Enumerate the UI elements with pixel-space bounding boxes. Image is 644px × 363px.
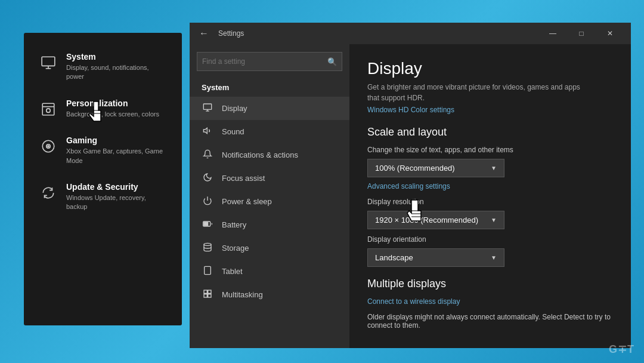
hdr-link[interactable]: Windows HD Color settings: [367, 106, 613, 114]
window-controls: — □ ✕: [539, 23, 624, 44]
svg-rect-25: [208, 294, 211, 297]
system-text: System Display, sound, notifications, po…: [66, 52, 167, 82]
content-area: 🔍 System Display: [190, 44, 631, 348]
orientation-label: Display orientation: [367, 235, 613, 244]
display-label: Display: [222, 104, 247, 113]
scale-layout-title: Scale and layout: [367, 126, 613, 139]
battery-icon: [202, 219, 213, 230]
orientation-value: Landscape: [375, 253, 413, 262]
resolution-label: Display resolution: [367, 198, 613, 206]
search-box[interactable]: 🔍: [197, 52, 342, 71]
older-displays-text: Older displays might not always connect …: [367, 313, 613, 330]
search-input[interactable]: [202, 57, 327, 66]
title-bar: ← Settings — □ ✕: [190, 23, 631, 44]
text-size-value: 100% (Recommended): [375, 164, 455, 173]
settings-window: ← Settings — □ ✕ 🔍 System: [190, 23, 631, 348]
search-icon: 🔍: [327, 57, 337, 66]
storage-icon: [202, 242, 213, 254]
gaming-icon: [39, 137, 58, 156]
focus-label: Focus assist: [222, 174, 265, 183]
main-content: Display Get a brighter and more vibrant …: [349, 44, 631, 348]
sidebar-item-multitasking[interactable]: Multitasking: [190, 283, 349, 306]
notifications-icon: [202, 149, 213, 161]
personalization-icon: [39, 100, 58, 119]
system-subtitle: Display, sound, notifications, power: [66, 63, 167, 82]
advanced-scaling-link[interactable]: Advanced scaling settings: [367, 182, 613, 190]
battery-label: Battery: [222, 220, 246, 229]
focus-icon: [202, 173, 213, 184]
resolution-arrow: ▼: [491, 217, 497, 223]
sound-icon: [202, 126, 213, 137]
multiple-displays-title: Multiple displays: [367, 278, 613, 290]
left-panel-item-system[interactable]: System Display, sound, notifications, po…: [33, 45, 173, 89]
resolution-dropdown[interactable]: 1920 × 1080 (Recommended) ▼: [367, 211, 504, 229]
gaming-title: Gaming: [66, 136, 167, 145]
minimize-button[interactable]: —: [539, 23, 566, 44]
left-panel-item-personalization[interactable]: Personalization Background, lock screen,…: [33, 91, 173, 126]
system-title: System: [66, 52, 167, 61]
system-icon: [39, 53, 58, 72]
personalization-text: Personalization Background, lock screen,…: [66, 99, 159, 119]
power-label: Power & sleep: [222, 197, 272, 206]
update-subtitle: Windows Update, recovery, backup: [66, 193, 167, 212]
svg-point-5: [47, 109, 51, 113]
notifications-label: Notifications & actions: [222, 150, 298, 159]
display-icon: [202, 103, 213, 114]
tablet-icon: [202, 266, 213, 277]
gaming-text: Gaming Xbox Game Bar, captures, Game Mod…: [66, 136, 167, 165]
close-button[interactable]: ✕: [596, 23, 624, 44]
resolution-value: 1920 × 1080 (Recommended): [375, 216, 478, 224]
orientation-arrow: ▼: [491, 254, 497, 261]
wireless-display-link[interactable]: Connect to a wireless display: [367, 297, 613, 306]
sidebar-header: System: [190, 78, 349, 97]
power-icon: [202, 196, 213, 207]
multitasking-label: Multitasking: [222, 290, 263, 299]
update-text: Update & Security Windows Update, recove…: [66, 182, 167, 212]
text-size-label: Change the size of text, apps, and other…: [367, 146, 613, 154]
svg-rect-11: [203, 104, 211, 109]
sidebar-item-display[interactable]: Display: [190, 97, 349, 120]
sidebar-item-notifications[interactable]: Notifications & actions: [190, 143, 349, 167]
page-title: Display: [367, 59, 613, 78]
sidebar-item-tablet[interactable]: Tablet: [190, 260, 349, 283]
tablet-label: Tablet: [222, 267, 243, 276]
svg-rect-3: [42, 103, 54, 115]
svg-point-19: [204, 243, 211, 245]
sidebar-item-storage[interactable]: Storage: [190, 236, 349, 260]
left-panel-item-gaming[interactable]: Gaming Xbox Game Bar, captures, Game Mod…: [33, 128, 173, 173]
sidebar-item-power[interactable]: Power & sleep: [190, 190, 349, 213]
svg-point-8: [48, 146, 49, 147]
sidebar-item-focus[interactable]: Focus assist: [190, 167, 349, 190]
update-icon: [39, 183, 58, 202]
svg-marker-14: [203, 128, 207, 133]
svg-rect-18: [204, 222, 208, 225]
personalization-title: Personalization: [66, 99, 159, 108]
sound-label: Sound: [222, 127, 244, 136]
multitasking-icon: [202, 289, 213, 300]
sidebar-item-battery[interactable]: Battery: [190, 213, 349, 236]
personalization-subtitle: Background, lock screen, colors: [66, 110, 159, 119]
orientation-dropdown[interactable]: Landscape ▼: [367, 248, 504, 267]
svg-rect-22: [204, 290, 207, 293]
sidebar: 🔍 System Display: [190, 44, 349, 348]
svg-rect-0: [42, 57, 55, 66]
back-button[interactable]: ←: [197, 26, 211, 41]
left-panel-item-update[interactable]: Update & Security Windows Update, recove…: [33, 175, 173, 219]
page-subtitle: Get a brighter and more vibrant picture …: [367, 82, 594, 103]
maximize-button[interactable]: □: [568, 23, 595, 44]
sidebar-item-sound[interactable]: Sound: [190, 120, 349, 143]
storage-label: Storage: [222, 244, 249, 253]
window-title: Settings: [218, 29, 539, 38]
text-size-dropdown[interactable]: 100% (Recommended) ▼: [367, 159, 504, 177]
update-title: Update & Security: [66, 182, 167, 192]
gaming-subtitle: Xbox Game Bar, captures, Game Mode: [66, 147, 167, 165]
left-panel: System Display, sound, notifications, po…: [24, 33, 182, 325]
text-size-arrow: ▼: [491, 165, 497, 171]
svg-rect-24: [204, 294, 207, 297]
watermark: G∓T: [609, 343, 634, 356]
svg-rect-23: [208, 290, 211, 293]
